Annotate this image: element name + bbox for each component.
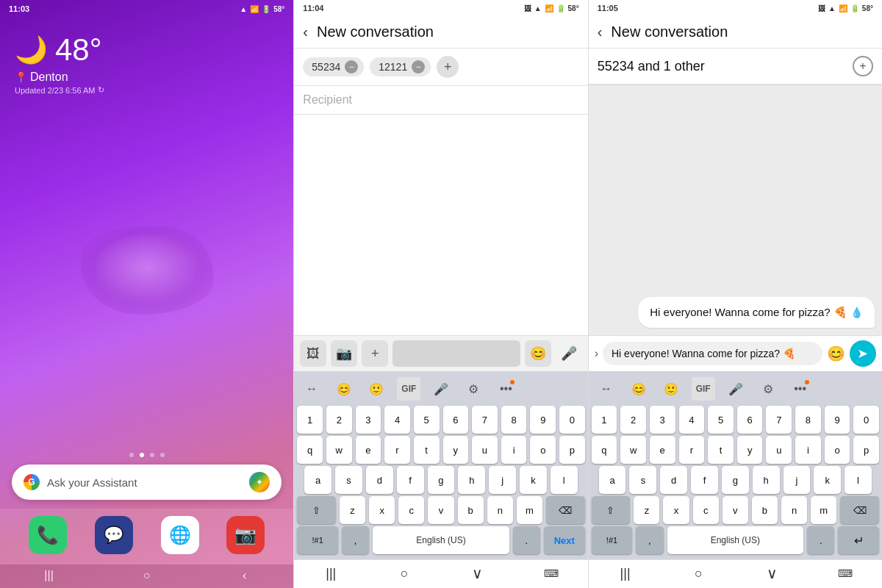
remove-chip-2[interactable]: − bbox=[412, 60, 425, 74]
home-btn-3[interactable]: ○ bbox=[687, 566, 709, 581]
key-x[interactable]: x bbox=[369, 496, 395, 524]
key-e-3[interactable]: e bbox=[650, 436, 675, 464]
key-r-3[interactable]: r bbox=[679, 436, 705, 464]
key-w-3[interactable]: w bbox=[620, 436, 646, 464]
home-btn-2[interactable]: ○ bbox=[393, 566, 415, 581]
key-w[interactable]: w bbox=[326, 436, 352, 464]
key-9-3[interactable]: 9 bbox=[825, 406, 850, 434]
key-next-2[interactable]: Next bbox=[544, 526, 585, 554]
key-space-2[interactable]: English (US) bbox=[373, 526, 509, 554]
key-g-3[interactable]: g bbox=[722, 466, 749, 494]
key-sym-3[interactable]: !#1 bbox=[592, 526, 633, 554]
kb-more-icon-3[interactable]: ••• bbox=[789, 377, 812, 401]
expand-arrow-3[interactable]: › bbox=[595, 347, 598, 360]
kb-more-icon[interactable]: ••• bbox=[494, 377, 517, 401]
key-i-3[interactable]: i bbox=[795, 436, 821, 464]
key-space-3[interactable]: English (US) bbox=[667, 526, 804, 554]
key-7-3[interactable]: 7 bbox=[766, 406, 792, 434]
key-e[interactable]: e bbox=[356, 436, 381, 464]
key-k[interactable]: k bbox=[520, 466, 547, 494]
kb-gif-icon-3[interactable]: GIF bbox=[692, 377, 715, 401]
sticker-btn[interactable]: 😊 bbox=[525, 340, 551, 367]
key-a-3[interactable]: a bbox=[599, 466, 626, 494]
key-h-3[interactable]: h bbox=[753, 466, 780, 494]
key-6[interactable]: 6 bbox=[443, 406, 469, 434]
key-y-3[interactable]: y bbox=[737, 436, 763, 464]
kb-mic-icon-3[interactable]: 🎤 bbox=[724, 377, 747, 401]
key-d-3[interactable]: d bbox=[660, 466, 687, 494]
kb-sticker-icon[interactable]: 🙂 bbox=[365, 377, 388, 401]
add-recipient-btn-3[interactable]: + bbox=[853, 56, 873, 76]
key-s-3[interactable]: s bbox=[629, 466, 656, 494]
key-2[interactable]: 2 bbox=[326, 406, 352, 434]
key-u-3[interactable]: u bbox=[766, 436, 792, 464]
key-q[interactable]: q bbox=[297, 436, 323, 464]
key-b[interactable]: b bbox=[458, 496, 484, 524]
key-c-3[interactable]: c bbox=[693, 496, 719, 524]
dock-chrome[interactable]: 🌐 bbox=[161, 516, 199, 554]
key-period-3[interactable]: . bbox=[807, 526, 834, 554]
key-p-3[interactable]: p bbox=[853, 436, 879, 464]
kb-gif-icon[interactable]: GIF bbox=[397, 377, 420, 401]
back-btn-3[interactable]: ∨ bbox=[761, 564, 783, 582]
key-enter-3[interactable]: ↵ bbox=[838, 526, 879, 554]
key-v[interactable]: v bbox=[428, 496, 453, 524]
keyboard-btn-2[interactable]: ⌨ bbox=[540, 567, 562, 579]
key-f[interactable]: f bbox=[397, 466, 424, 494]
dock-camera[interactable]: 📷 bbox=[226, 516, 265, 554]
key-l-3[interactable]: l bbox=[845, 466, 872, 494]
back-arrow-2[interactable]: ‹ bbox=[303, 24, 308, 40]
message-input-3[interactable]: Hi everyone! Wanna come for pizza? 🍕 bbox=[603, 342, 822, 365]
key-8[interactable]: 8 bbox=[501, 406, 527, 434]
home-btn[interactable]: ○ bbox=[136, 569, 158, 582]
key-q-3[interactable]: q bbox=[592, 436, 617, 464]
key-1[interactable]: 1 bbox=[297, 406, 323, 434]
kb-translate-icon-3[interactable]: ↔ bbox=[595, 377, 618, 401]
key-o[interactable]: o bbox=[530, 436, 556, 464]
back-btn-home[interactable]: ‹ bbox=[234, 569, 256, 582]
key-comma-3[interactable]: , bbox=[636, 526, 663, 554]
key-s[interactable]: s bbox=[335, 466, 362, 494]
message-area-2[interactable] bbox=[294, 115, 587, 335]
mic-toolbar-btn[interactable]: 🎤 bbox=[556, 340, 582, 367]
key-i[interactable]: i bbox=[501, 436, 527, 464]
key-3-3[interactable]: 3 bbox=[650, 406, 675, 434]
key-c[interactable]: c bbox=[398, 496, 424, 524]
key-period-2[interactable]: . bbox=[513, 526, 540, 554]
key-g[interactable]: g bbox=[428, 466, 455, 494]
key-u[interactable]: u bbox=[472, 436, 498, 464]
kb-sticker-icon-3[interactable]: 🙂 bbox=[659, 377, 683, 401]
camera-btn[interactable]: 📷 bbox=[331, 340, 357, 367]
key-z[interactable]: z bbox=[340, 496, 365, 524]
recent-apps-btn-2[interactable]: ||| bbox=[320, 566, 342, 581]
key-k-3[interactable]: k bbox=[814, 466, 841, 494]
key-f-3[interactable]: f bbox=[691, 466, 718, 494]
key-7[interactable]: 7 bbox=[472, 406, 498, 434]
key-t-3[interactable]: t bbox=[708, 436, 734, 464]
key-j-3[interactable]: j bbox=[784, 466, 811, 494]
key-0-3[interactable]: 0 bbox=[853, 406, 879, 434]
key-shift-2[interactable]: ⇧ bbox=[297, 496, 336, 524]
key-6-3[interactable]: 6 bbox=[737, 406, 763, 434]
key-m[interactable]: m bbox=[517, 496, 542, 524]
image-attach-btn[interactable]: 🖼 bbox=[300, 340, 326, 367]
key-delete-3[interactable]: ⌫ bbox=[840, 496, 879, 524]
key-4[interactable]: 4 bbox=[384, 406, 410, 434]
kb-mic-icon[interactable]: 🎤 bbox=[429, 377, 453, 401]
key-1-3[interactable]: 1 bbox=[592, 406, 617, 434]
key-t[interactable]: t bbox=[414, 436, 440, 464]
key-b-3[interactable]: b bbox=[752, 496, 778, 524]
key-2-3[interactable]: 2 bbox=[620, 406, 646, 434]
remove-chip-1[interactable]: − bbox=[345, 60, 358, 74]
key-j[interactable]: j bbox=[489, 466, 516, 494]
key-x-3[interactable]: x bbox=[663, 496, 689, 524]
kb-settings-icon[interactable]: ⚙ bbox=[462, 377, 485, 401]
key-5-3[interactable]: 5 bbox=[708, 406, 734, 434]
key-a[interactable]: a bbox=[304, 466, 331, 494]
key-r[interactable]: r bbox=[384, 436, 410, 464]
key-9[interactable]: 9 bbox=[530, 406, 556, 434]
assistant-bar[interactable]: Ask your Assistant ✦ bbox=[12, 465, 282, 500]
key-v-3[interactable]: v bbox=[723, 496, 748, 524]
key-p[interactable]: p bbox=[559, 436, 585, 464]
key-l[interactable]: l bbox=[551, 466, 578, 494]
